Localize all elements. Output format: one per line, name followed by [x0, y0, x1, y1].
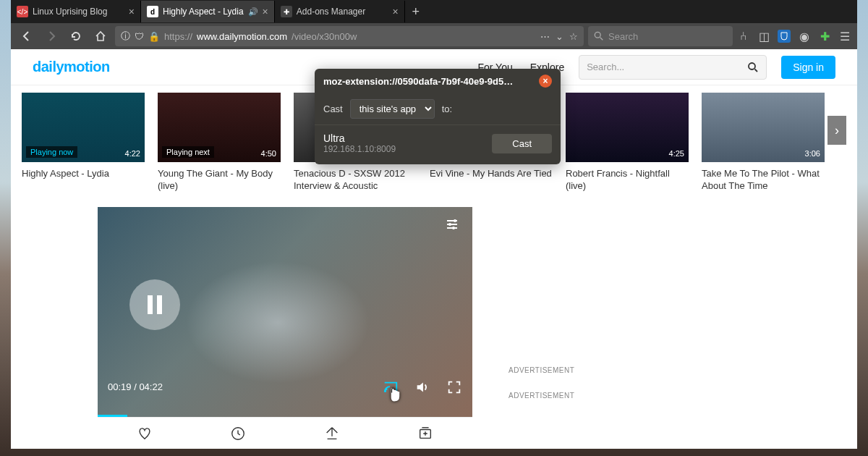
- row-next-button[interactable]: ›: [827, 116, 846, 145]
- playing-next-badge: Playing next: [162, 146, 214, 158]
- to-label: to:: [442, 104, 452, 114]
- url-bar[interactable]: ⓘ 🛡 🔒 https://www.dailymotion.com/video/…: [115, 26, 584, 46]
- thumb-image: Playing next 4:50: [158, 93, 281, 162]
- sign-in-button[interactable]: Sign in: [781, 56, 835, 79]
- ads-column: ADVERTISEMENT ADVERTISEMENT: [509, 207, 574, 449]
- pause-button[interactable]: [129, 279, 180, 330]
- search-placeholder: Search...: [587, 62, 624, 72]
- svg-point-0: [595, 32, 600, 38]
- url-actions: ⋯ ⌄ ☆: [540, 31, 578, 42]
- device-ip: 192.168.1.10:8009: [323, 144, 396, 154]
- video-thumb[interactable]: Playing now 4:22 Highly Aspect - Lydia: [22, 93, 145, 193]
- share-icon[interactable]: [324, 426, 340, 442]
- thumb-image: Playing now 4:22: [22, 93, 145, 162]
- url-domain: www.dailymotion.com: [197, 31, 287, 42]
- thumb-title: Robert Francis - Nightfall (live): [566, 168, 689, 193]
- duration: 4:25: [669, 149, 684, 158]
- tab-title: Highly Aspect - Lydia: [163, 7, 244, 17]
- duration: 4:22: [125, 149, 140, 158]
- duration: 4:50: [261, 149, 276, 158]
- ad-label: ADVERTISEMENT: [509, 392, 574, 400]
- pocket-icon[interactable]: ⌄: [556, 31, 563, 42]
- video-thumb[interactable]: 3:06 Take Me To The Pilot - What About T…: [702, 93, 825, 193]
- close-icon[interactable]: ×: [263, 6, 268, 17]
- favicon-icon: </>: [17, 6, 28, 17]
- tab-addons[interactable]: ✚ Add-ons Manager ×: [275, 1, 405, 22]
- back-button[interactable]: [17, 26, 37, 46]
- forward-button[interactable]: [41, 26, 61, 46]
- thumb-title: Evi Vine - My Hands Are Tied: [430, 168, 553, 180]
- cast-mode-row: Cast this site's app to:: [315, 93, 561, 124]
- pause-icon: [148, 295, 162, 314]
- thumb-image: 3:06: [702, 93, 825, 162]
- shield-icon[interactable]: 🛡: [135, 31, 144, 42]
- time-display: 00:19 / 04:22: [108, 381, 163, 392]
- tab-strip: </> Linux Uprising Blog × d Highly Aspec…: [11, 0, 857, 23]
- current-time: 00:19: [108, 381, 132, 392]
- volume-icon[interactable]: [414, 379, 430, 395]
- dailymotion-logo[interactable]: dailymotion: [33, 59, 110, 75]
- tab-dailymotion[interactable]: d Highly Aspect - Lydia 🔊 ×: [141, 1, 275, 22]
- total-time: 04:22: [139, 381, 163, 392]
- lock-icon: 🔒: [148, 31, 160, 42]
- ublock-icon[interactable]: [778, 30, 791, 43]
- watch-later-icon[interactable]: [230, 426, 246, 442]
- close-icon[interactable]: ×: [393, 6, 399, 17]
- popup-header: moz-extension://0590dafa-7b9f-40e9-9d5… …: [315, 69, 561, 93]
- library-icon[interactable]: ⑃: [737, 30, 750, 43]
- duration: 3:06: [805, 149, 820, 158]
- favicon-icon: ✚: [281, 6, 292, 17]
- fullscreen-icon[interactable]: [446, 379, 462, 395]
- playing-now-badge: Playing now: [26, 146, 77, 158]
- thumb-image: 4:25: [566, 93, 689, 162]
- svg-point-3: [448, 223, 451, 226]
- cast-icon[interactable]: [383, 379, 399, 395]
- video-player[interactable]: 00:19 / 04:22: [98, 207, 472, 417]
- device-name: Ultra: [323, 132, 396, 144]
- sidebar-icon[interactable]: ◫: [757, 30, 770, 43]
- info-icon[interactable]: ⓘ: [121, 30, 130, 43]
- url-path: /video/x30n00w: [292, 31, 357, 42]
- cast-mode-select[interactable]: this site's app: [350, 99, 435, 119]
- menu-icon[interactable]: ☰: [838, 30, 851, 43]
- video-thumb[interactable]: 4:25 Robert Francis - Nightfall (live): [566, 93, 689, 193]
- thumb-title: Tenacious D - SXSW 2012 Interview & Acou…: [294, 168, 417, 193]
- close-icon[interactable]: ×: [129, 6, 135, 17]
- toolbar-addons: ⑃ ◫ ◉ ✚ ☰: [737, 30, 851, 43]
- like-icon[interactable]: [137, 426, 153, 442]
- browser-toolbar: ⓘ 🛡 🔒 https://www.dailymotion.com/video/…: [11, 23, 857, 49]
- cast-device-row[interactable]: Ultra 192.168.1.10:8009 Cast: [315, 124, 561, 164]
- svg-point-2: [454, 219, 456, 222]
- cast-label: Cast: [323, 104, 343, 114]
- sound-icon[interactable]: 🔊: [248, 7, 258, 17]
- video-thumb[interactable]: Playing next 4:50 Young The Giant - My B…: [158, 93, 281, 193]
- video-action-bar: [98, 417, 472, 449]
- search-icon[interactable]: [747, 62, 759, 73]
- player-controls: [383, 379, 462, 395]
- tab-title: Linux Uprising Blog: [33, 7, 107, 17]
- player-settings-icon[interactable]: [445, 217, 459, 232]
- page-actions-icon[interactable]: ⋯: [540, 31, 550, 42]
- search-placeholder: Search: [608, 31, 638, 42]
- home-button[interactable]: [90, 26, 111, 46]
- site-search[interactable]: Search...: [579, 55, 767, 80]
- svg-point-1: [749, 63, 755, 69]
- player-area: 00:19 / 04:22: [11, 193, 857, 449]
- reload-button[interactable]: [66, 26, 86, 46]
- new-tab-button[interactable]: +: [405, 4, 427, 20]
- ad-label: ADVERTISEMENT: [509, 366, 574, 374]
- gnome-icon[interactable]: ◉: [798, 30, 811, 43]
- bookmark-icon[interactable]: ☆: [569, 31, 578, 42]
- cast-button[interactable]: Cast: [492, 134, 552, 153]
- add-to-playlist-icon[interactable]: [417, 426, 433, 442]
- svg-point-4: [452, 227, 455, 229]
- progress-bar[interactable]: [98, 415, 127, 417]
- tab-linux-uprising[interactable]: </> Linux Uprising Blog ×: [11, 1, 141, 22]
- tab-title: Add-ons Manager: [297, 7, 365, 17]
- browser-search[interactable]: Search: [588, 26, 733, 46]
- cursor-icon: [386, 387, 401, 402]
- cast-popup: moz-extension://0590dafa-7b9f-40e9-9d5… …: [315, 69, 561, 164]
- url-protocol: https://: [164, 31, 192, 42]
- close-icon[interactable]: ×: [539, 75, 552, 88]
- extension-puzzle-icon[interactable]: ✚: [818, 30, 831, 43]
